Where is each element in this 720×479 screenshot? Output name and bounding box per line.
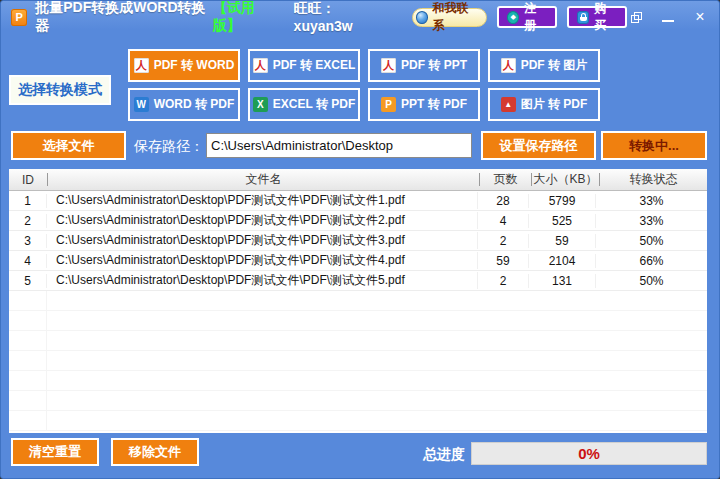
cell-filename: C:\Users\Administrator\Desktop\PDF测试文件\P… xyxy=(47,252,478,269)
cell-status: 50% xyxy=(596,234,707,248)
contact-me-button[interactable]: 和我联系 xyxy=(412,8,487,27)
mode-pdf-to-excel[interactable]: 人 PDF 转 EXCEL xyxy=(248,49,360,82)
cell-size: 2104 xyxy=(529,254,596,268)
buy-label: 购买 xyxy=(594,0,617,34)
header-id: ID xyxy=(9,173,47,187)
window-controls: × xyxy=(627,8,709,26)
trial-badge: 【试用版】 xyxy=(213,0,280,35)
total-progress-label: 总进度 xyxy=(409,446,465,464)
cell-pages: 2 xyxy=(478,274,529,288)
mode-label-text: PDF 转 EXCEL xyxy=(273,57,356,74)
cell-size: 131 xyxy=(529,274,596,288)
table-row[interactable]: 3 C:\Users\Administrator\Desktop\PDF测试文件… xyxy=(9,231,707,251)
table-row[interactable]: 1 C:\Users\Administrator\Desktop\PDF测试文件… xyxy=(9,191,707,211)
image-file-icon: ▲ xyxy=(501,97,516,112)
header-status: 转换状态 xyxy=(600,171,707,188)
cell-filename: C:\Users\Administrator\Desktop\PDF测试文件\P… xyxy=(47,232,478,249)
header-filename: 文件名 xyxy=(48,171,479,188)
conversion-mode-grid: 人 PDF 转 WORD 人 PDF 转 EXCEL 人 PDF 转 PPT 人… xyxy=(128,49,600,121)
pdf-file-icon: 人 xyxy=(381,58,396,73)
wangwang-icon xyxy=(416,11,428,24)
mode-label-text: EXCEL 转 PDF xyxy=(273,96,355,113)
mode-select-label: 选择转换模式 xyxy=(9,75,111,105)
register-button[interactable]: ◆ 注册 xyxy=(497,6,557,28)
mode-ppt-to-pdf[interactable]: P PPT 转 PDF xyxy=(368,88,480,121)
mode-pdf-to-ppt[interactable]: 人 PDF 转 PPT xyxy=(368,49,480,82)
pdf-file-icon: 人 xyxy=(253,58,268,73)
mode-pdf-to-word[interactable]: 人 PDF 转 WORD xyxy=(128,49,240,82)
save-path-input[interactable] xyxy=(206,133,472,158)
pdf-file-icon: 人 xyxy=(501,58,516,73)
minimize-icon[interactable] xyxy=(659,8,677,26)
header-size: 大小（KB） xyxy=(532,171,599,188)
app-window: P 批量PDF转换成WORD转换器 【试用版】 旺旺：xuyan3w 和我联系 … xyxy=(0,0,720,479)
cell-id: 4 xyxy=(9,254,47,268)
save-path-label: 保存路径： xyxy=(134,138,204,156)
mode-pdf-to-image[interactable]: 人 PDF 转 图片 xyxy=(488,49,600,82)
buy-button[interactable]: 购买 xyxy=(567,6,627,28)
excel-file-icon: X xyxy=(253,97,268,112)
mode-image-to-pdf[interactable]: ▲ 图片 转 PDF xyxy=(488,88,600,121)
empty-table-row xyxy=(9,351,707,371)
cell-pages: 28 xyxy=(478,194,529,208)
set-save-path-button[interactable]: 设置保存路径 xyxy=(481,131,596,160)
restore-window-icon[interactable] xyxy=(627,8,645,26)
header-pages: 页数 xyxy=(480,171,531,188)
cell-filename: C:\Users\Administrator\Desktop\PDF测试文件\P… xyxy=(47,192,478,209)
cell-id: 1 xyxy=(9,194,47,208)
cell-size: 59 xyxy=(529,234,596,248)
cell-pages: 4 xyxy=(478,214,529,228)
close-icon[interactable]: × xyxy=(691,8,709,26)
word-file-icon: W xyxy=(134,97,149,112)
mode-label-text: PDF 转 WORD xyxy=(154,57,235,74)
empty-table-row xyxy=(9,411,707,431)
contact-me-label: 和我联系 xyxy=(432,0,478,34)
cell-status: 33% xyxy=(596,194,707,208)
table-row[interactable]: 2 C:\Users\Administrator\Desktop\PDF测试文件… xyxy=(9,211,707,231)
mode-label-text: WORD 转 PDF xyxy=(154,96,235,113)
cell-status: 50% xyxy=(596,274,707,288)
shopping-cart-icon xyxy=(577,11,589,24)
cell-id: 5 xyxy=(9,274,47,288)
cell-status: 66% xyxy=(596,254,707,268)
pdf-file-icon: 人 xyxy=(134,58,149,73)
register-label: 注册 xyxy=(524,0,547,34)
cell-size: 5799 xyxy=(529,194,596,208)
mode-label-text: PPT 转 PDF xyxy=(401,96,467,113)
app-icon: P xyxy=(11,9,27,26)
remove-files-button[interactable]: 移除文件 xyxy=(111,438,199,466)
ppt-file-icon: P xyxy=(381,97,396,112)
title-bar: P 批量PDF转换成WORD转换器 【试用版】 旺旺：xuyan3w 和我联系 … xyxy=(1,1,719,33)
select-files-button[interactable]: 选择文件 xyxy=(11,131,126,160)
cell-filename: C:\Users\Administrator\Desktop\PDF测试文件\P… xyxy=(47,212,478,229)
table-row[interactable]: 4 C:\Users\Administrator\Desktop\PDF测试文件… xyxy=(9,251,707,271)
mode-word-to-pdf[interactable]: W WORD 转 PDF xyxy=(128,88,240,121)
total-progress-bar: 0% xyxy=(471,442,707,465)
file-table: ID 文件名 页数 大小（KB） 转换状态 1 C:\Users\Adminis… xyxy=(9,169,707,433)
mode-label-text: 图片 转 PDF xyxy=(521,96,588,113)
empty-table-row xyxy=(9,391,707,411)
mode-label-text: PDF 转 PPT xyxy=(401,57,467,74)
cell-status: 33% xyxy=(596,214,707,228)
cell-pages: 2 xyxy=(478,234,529,248)
cell-filename: C:\Users\Administrator\Desktop\PDF测试文件\P… xyxy=(47,272,478,289)
cell-pages: 59 xyxy=(478,254,529,268)
app-title: 批量PDF转换成WORD转换器 xyxy=(35,0,211,35)
empty-table-row xyxy=(9,311,707,331)
cell-id: 3 xyxy=(9,234,47,248)
convert-status-button[interactable]: 转换中... xyxy=(601,131,707,160)
clear-reset-button[interactable]: 清空重置 xyxy=(11,438,99,466)
cell-size: 525 xyxy=(529,214,596,228)
mode-excel-to-pdf[interactable]: X EXCEL 转 PDF xyxy=(248,88,360,121)
register-icon: ◆ xyxy=(507,11,519,24)
table-row[interactable]: 5 C:\Users\Administrator\Desktop\PDF测试文件… xyxy=(9,271,707,291)
mode-label-text: PDF 转 图片 xyxy=(521,57,588,74)
wangwang-id: 旺旺：xuyan3w xyxy=(294,0,390,34)
table-header: ID 文件名 页数 大小（KB） 转换状态 xyxy=(9,169,707,191)
progress-percentage: 0% xyxy=(578,445,600,462)
cell-id: 2 xyxy=(9,214,47,228)
empty-table-row xyxy=(9,371,707,391)
empty-table-row xyxy=(9,331,707,351)
empty-table-row xyxy=(9,291,707,311)
